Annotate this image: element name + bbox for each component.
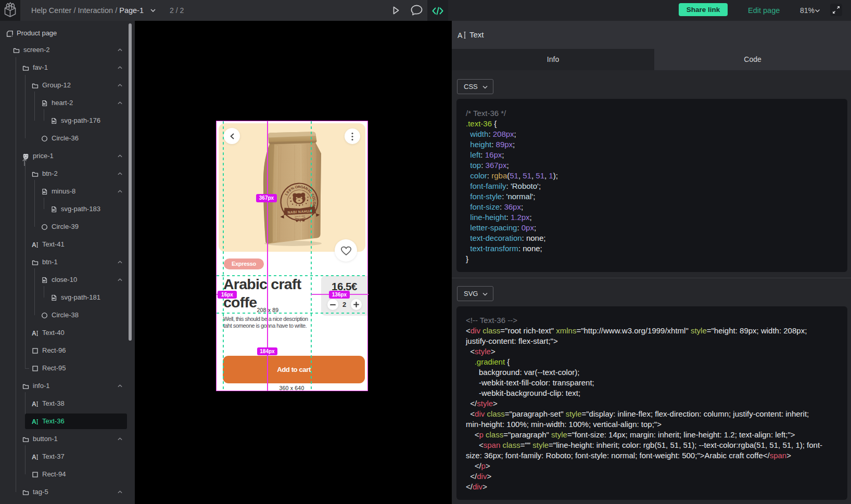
svg-text:A: A: [32, 400, 36, 407]
svg-text:A: A: [32, 241, 36, 248]
svg-text:A: A: [32, 454, 36, 460]
svg-text:A: A: [32, 418, 36, 425]
svg-text:A: A: [32, 330, 36, 337]
svg-text:A: A: [458, 31, 463, 39]
